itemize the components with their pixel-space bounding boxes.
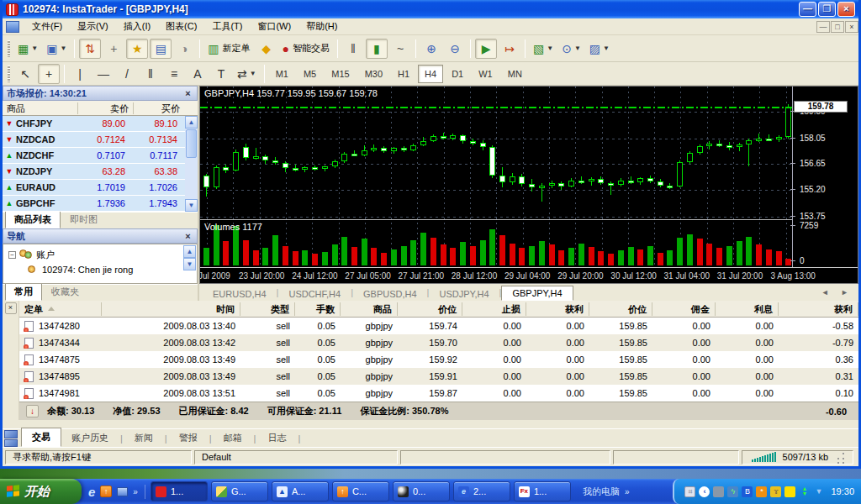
taskbar-button[interactable]: e2... [453, 481, 510, 501]
terminal-close-icon[interactable]: × [5, 302, 17, 314]
timeframe-h4[interactable]: H4 [418, 65, 443, 83]
header-cell[interactable]: 止损 [462, 302, 526, 316]
bluetooth-icon[interactable]: B [742, 486, 753, 497]
taskbar-button[interactable]: G... [211, 481, 268, 501]
tray-collapse-icon[interactable]: ‹ [699, 486, 710, 497]
horizontal-line-button[interactable]: — [92, 64, 114, 84]
col-sell[interactable]: 卖价 [78, 102, 134, 114]
restore-button[interactable]: ❐ [818, 2, 836, 17]
col-symbol[interactable]: 商品 [3, 102, 78, 114]
scroll-up-icon[interactable]: ▲ [183, 245, 196, 258]
timeframe-m5[interactable]: M5 [297, 65, 323, 83]
alerts-button[interactable]: ◆ [256, 39, 277, 59]
navigator-tab[interactable]: 收藏夹 [42, 283, 88, 301]
menu-h[interactable]: 帮助(H) [298, 19, 345, 33]
timeframe-h1[interactable]: H1 [391, 65, 416, 83]
market-watch-close-icon[interactable]: × [182, 88, 193, 99]
market-watch-tab[interactable]: 商品列表 [5, 211, 61, 228]
terminal-tab[interactable]: 新闻 [124, 429, 163, 447]
text-button[interactable]: A [187, 64, 209, 84]
terminal-tab[interactable]: 交易 [21, 428, 61, 447]
price-axis[interactable]: 159.50158.05156.65155.20153.7572590159.7… [792, 87, 858, 267]
terminal-tab[interactable]: 警报 [169, 429, 208, 447]
users-icon[interactable] [713, 486, 724, 497]
templates-button[interactable]: ▨▼ [586, 39, 613, 59]
child-close-button[interactable]: × [845, 21, 858, 33]
close-button[interactable]: × [837, 2, 855, 17]
updown-arrows-icon[interactable]: ▲▼ [799, 486, 810, 497]
header-cell[interactable]: 利息 [716, 302, 779, 316]
order-row[interactable]: 134748752009.08.03 13:49sell0.05gbpjpy15… [19, 351, 858, 368]
menu-w[interactable]: 窗口(W) [250, 19, 298, 33]
navigator-button[interactable]: ★ [126, 39, 148, 59]
zoom-in-button[interactable]: ⊕ [420, 39, 442, 59]
shield-icon[interactable]: ▼ [813, 486, 824, 497]
network-signal-icon[interactable]: ϟ [727, 486, 738, 497]
terminal-button[interactable]: ▤ [150, 39, 172, 59]
tree-node-accounts[interactable]: − 账户 [5, 247, 195, 262]
market-watch-row[interactable]: ▲NZDCHF0.71070.7117 [3, 148, 198, 164]
header-cell[interactable]: 定单 [19, 302, 102, 316]
taskbar-button[interactable]: ↑C... [332, 481, 389, 501]
dropdown-caret-icon[interactable]: ▼ [250, 70, 256, 77]
resize-grip[interactable] [835, 450, 846, 465]
auto-scroll-button[interactable]: ▶ [475, 39, 497, 59]
chart-tab-gbpusd[interactable]: GBPUSD,H4 [353, 287, 427, 301]
cursor-button[interactable]: ↖ [14, 64, 36, 84]
market-watch-row[interactable]: ▼NZDCAD0.71240.7134 [3, 132, 198, 148]
indicators-button[interactable]: ▧▼ [530, 39, 557, 59]
tab-scroll-arrows[interactable]: ◄ ► [821, 288, 853, 297]
keyboard-icon[interactable]: ⌗ [684, 486, 695, 497]
minimize-button[interactable]: — [799, 2, 816, 17]
header-cell[interactable]: 获利 [779, 302, 858, 316]
vertical-line-button[interactable]: | [69, 64, 91, 84]
market-watch-scrollbar[interactable]: ▲▼ [185, 116, 198, 212]
profiles-button[interactable]: ▣▼ [43, 39, 70, 59]
line-chart-button[interactable]: ~ [389, 39, 411, 59]
desktop-toolbar[interactable]: 我的电脑 » [576, 486, 637, 498]
timeframe-m1[interactable]: M1 [269, 65, 295, 83]
order-row[interactable]: 134742802009.08.03 13:40sell0.05gbpjpy15… [19, 318, 858, 334]
timeframe-m15[interactable]: M15 [325, 65, 356, 83]
taskbar-button[interactable]: ▲A... [272, 481, 329, 501]
market-watch-columns[interactable]: 商品 卖价 买价 [3, 101, 198, 116]
docked-panel-grip[interactable] [4, 430, 18, 447]
dropdown-caret-icon[interactable]: ▼ [574, 45, 581, 52]
chevron-icon[interactable]: » [625, 487, 630, 496]
scroll-down-icon[interactable]: ▼ [185, 199, 198, 212]
spark-icon[interactable]: * [756, 486, 767, 497]
chart-tab-gbpjpy[interactable]: GBPJPY,H4 [501, 286, 573, 301]
market-watch-row[interactable]: ▼NZDJPY63.2863.38 [3, 164, 198, 180]
trendline-button[interactable]: / [116, 64, 138, 84]
new-order-button[interactable]: ▥新定单 [204, 39, 253, 59]
collapse-icon[interactable]: − [8, 251, 16, 259]
orders-table-header[interactable]: 定单时间类型手数商品价位止损获利价位佣金利息获利 [19, 301, 858, 318]
toolbar-grip[interactable] [8, 66, 10, 82]
terminal-tab[interactable]: 日志 [257, 429, 296, 447]
chart-tab-eurusd[interactable]: EURUSD,H4 [203, 287, 277, 301]
label-button[interactable]: T [210, 64, 232, 84]
market-watch-row[interactable]: ▼CHFJPY89.0089.10 [3, 116, 198, 132]
menu-v[interactable]: 显示(V) [70, 19, 116, 33]
menu-i[interactable]: 插入(I) [116, 19, 158, 33]
header-cell[interactable]: 手数 [295, 302, 341, 316]
header-cell[interactable]: 时间 [102, 302, 240, 316]
menu-t[interactable]: 工具(T) [204, 19, 250, 33]
timeframe-mn[interactable]: MN [501, 65, 529, 83]
dino-icon[interactable]: ɤ [770, 486, 781, 497]
market-watch-row[interactable]: ▲GBPCHF1.79361.7943 [3, 196, 198, 212]
child-restore-button[interactable]: □ [831, 21, 844, 33]
expert-advisors-button[interactable]: ●智能交易 [279, 39, 333, 59]
dropdown-caret-icon[interactable]: ▼ [31, 45, 38, 52]
header-cell[interactable]: 商品 [341, 302, 398, 316]
crosshair-button[interactable]: + [38, 64, 60, 84]
navigator-header[interactable]: 导航 × [3, 228, 198, 244]
market-watch-header[interactable]: 市场报价: 14:30:21 × [3, 86, 198, 101]
arrows-button[interactable]: ⇄▼ [234, 64, 260, 84]
time-axis[interactable]: 23 Jul 200923 Jul 20:0024 Jul 12:0027 Ju… [200, 267, 858, 284]
header-cell[interactable]: 类型 [240, 302, 295, 316]
header-cell[interactable]: 获利 [526, 302, 589, 316]
bar-chart-button[interactable]: ‖ [342, 39, 364, 59]
scroll-thumb[interactable] [186, 129, 197, 158]
market-watch-row[interactable]: ▲EURAUD1.70191.7026 [3, 180, 198, 196]
